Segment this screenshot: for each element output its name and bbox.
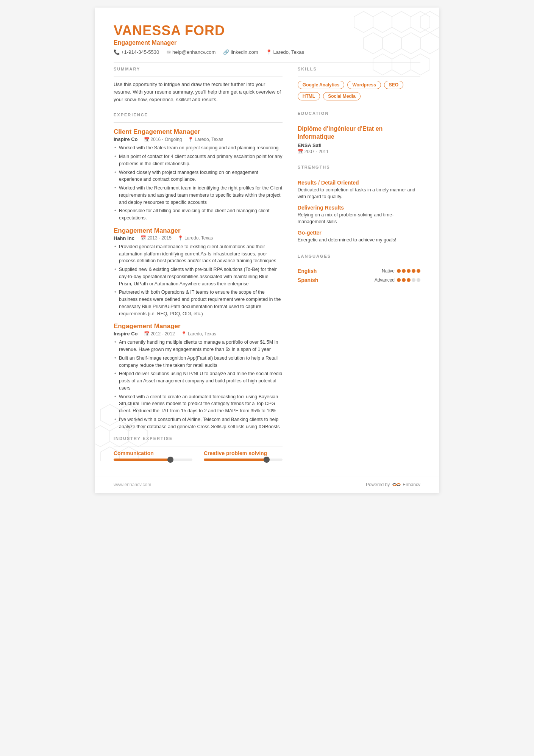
enhancv-icon bbox=[392, 482, 401, 488]
footer: www.enhancv.com Powered by Enhancv bbox=[95, 476, 439, 493]
language-row-2: Spanish Advanced bbox=[298, 277, 420, 283]
industry-grid: Communication Creative problem solving bbox=[114, 450, 283, 461]
job-date-2: 📅 2013 - 2015 bbox=[141, 235, 172, 241]
calendar-icon-3: 📅 bbox=[144, 331, 150, 337]
bullet-3-5: I've worked with a consortium of Airline… bbox=[114, 416, 283, 430]
phone-icon: 📞 bbox=[114, 49, 120, 55]
bullet-3-1: Am currently handling multiple clients t… bbox=[114, 339, 283, 353]
language-dots-1 bbox=[397, 269, 420, 273]
skills-tags: Google Analytics Wordpress SEO HTML Soci… bbox=[298, 81, 420, 100]
dot-1-1 bbox=[397, 269, 401, 273]
language-name-1: English bbox=[298, 268, 317, 274]
strength-desc-1: Dedicated to completion of tasks in a ti… bbox=[298, 186, 420, 200]
job-company-1: Inspire Co bbox=[114, 136, 138, 142]
language-name-2: Spanish bbox=[298, 277, 318, 283]
summary-divider bbox=[114, 77, 283, 77]
enhancv-logo: Enhancv bbox=[392, 482, 420, 488]
bullet-1-1: Worked with the Sales team on project sc… bbox=[114, 144, 283, 152]
strength-desc-2: Relying on a mix of problem-solving and … bbox=[298, 211, 420, 225]
skill-tag-1: Google Analytics bbox=[298, 81, 345, 89]
industry-expertise-section: INDUSTRY EXPERTISE Communication Creativ… bbox=[114, 436, 283, 461]
left-column: SUMMARY Use this opportunity to intrigue… bbox=[114, 67, 283, 461]
language-row-1: English Native bbox=[298, 268, 420, 274]
skill-tag-3: SEO bbox=[384, 81, 403, 89]
languages-section-title: LANGUAGES bbox=[298, 254, 420, 258]
location-icon-2: 📍 bbox=[178, 235, 183, 241]
industry-label-1: Communication bbox=[114, 450, 192, 456]
linkedin-contact: 🔗 linkedin.com bbox=[223, 49, 258, 55]
dot-1-4 bbox=[412, 269, 415, 273]
job-date-1: 📅 2016 - Ongoing bbox=[144, 137, 182, 142]
footer-website: www.enhancv.com bbox=[114, 482, 151, 487]
education-degree: Diplôme d'Ingénieur d'Etat en Informatiq… bbox=[298, 125, 420, 141]
dot-2-5 bbox=[417, 278, 420, 282]
location-contact: 📍 Laredo, Texas bbox=[266, 49, 304, 55]
calendar-icon-2: 📅 bbox=[141, 235, 146, 241]
job-company-2: Hahn Inc bbox=[114, 235, 134, 241]
dot-1-5 bbox=[417, 269, 420, 273]
bullet-1-4: Worked with the Recruitment team in iden… bbox=[114, 185, 283, 206]
skill-tag-5: Social Media bbox=[323, 92, 361, 100]
job-location-2: 📍 Laredo, Texas bbox=[178, 235, 213, 241]
strength-title-2: Delivering Results bbox=[298, 205, 420, 211]
education-divider bbox=[298, 121, 420, 121]
bullet-1-2: Main point of contact for 4 client accou… bbox=[114, 153, 283, 167]
candidate-title: Engagement Manager bbox=[114, 39, 420, 46]
candidate-name: VANESSA FORD bbox=[114, 23, 420, 39]
industry-item-1: Communication bbox=[114, 450, 192, 461]
contact-row: 📞 +1-914-345-5530 ✉ help@enhancv.com 🔗 l… bbox=[114, 49, 420, 55]
industry-progress-bg-2 bbox=[204, 459, 283, 461]
bullet-2-3: Partnered with both Operations & IT team… bbox=[114, 289, 283, 317]
location-icon-1: 📍 bbox=[188, 137, 194, 142]
languages-divider bbox=[298, 264, 420, 264]
education-section-title: EDUCATION bbox=[298, 111, 420, 116]
job-company-3: Inspire Co bbox=[114, 331, 138, 337]
skills-section-title: SKILLS bbox=[298, 67, 420, 71]
strengths-section-title: STRENGTHS bbox=[298, 165, 420, 169]
industry-progress-bg-1 bbox=[114, 459, 192, 461]
location-icon: 📍 bbox=[266, 49, 272, 55]
powered-by: Powered by Enhancv bbox=[366, 482, 420, 488]
language-dots-2 bbox=[397, 278, 420, 282]
industry-item-2: Creative problem solving bbox=[204, 450, 283, 461]
industry-label-2: Creative problem solving bbox=[204, 450, 283, 456]
job-date-3: 📅 2012 - 2012 bbox=[144, 331, 175, 337]
language-level-2: Advanced bbox=[375, 277, 420, 283]
main-content: SUMMARY Use this opportunity to intrigue… bbox=[114, 67, 420, 461]
calendar-icon-edu: 📅 bbox=[298, 149, 303, 154]
job-title-1: Client Engagement Manager bbox=[114, 128, 283, 136]
language-level-1: Native bbox=[382, 268, 420, 274]
strength-title-1: Results / Detail Oriented bbox=[298, 180, 420, 186]
linkedin-icon: 🔗 bbox=[223, 49, 229, 55]
industry-section-title: INDUSTRY EXPERTISE bbox=[114, 436, 283, 441]
phone-contact: 📞 +1-914-345-5530 bbox=[114, 49, 159, 55]
dot-2-1 bbox=[397, 278, 401, 282]
email-contact: ✉ help@enhancv.com bbox=[167, 49, 215, 55]
job-location-3: 📍 Laredo, Texas bbox=[181, 331, 216, 337]
job-bullets-2: Provided general maintenance to existing… bbox=[114, 243, 283, 318]
bullet-1-5: Responsible for all billing and invoicin… bbox=[114, 207, 283, 222]
dot-2-4 bbox=[412, 278, 415, 282]
bullet-3-3: Helped deliver solutions using NLP/NLU t… bbox=[114, 370, 283, 391]
resume-container: VANESSA FORD Engagement Manager 📞 +1-914… bbox=[95, 8, 439, 493]
job-bullets-1: Worked with the Sales team on project sc… bbox=[114, 144, 283, 222]
education-school: ENSA Safi bbox=[298, 142, 420, 148]
experience-divider bbox=[114, 122, 283, 123]
location-icon-3: 📍 bbox=[181, 331, 187, 337]
job-meta-1: Inspire Co 📅 2016 - Ongoing 📍 Laredo, Te… bbox=[114, 136, 283, 142]
dot-1-3 bbox=[407, 269, 411, 273]
dot-1-2 bbox=[402, 269, 406, 273]
job-meta-3: Inspire Co 📅 2012 - 2012 📍 Laredo, Texas bbox=[114, 331, 283, 337]
industry-progress-dot-1 bbox=[167, 457, 173, 463]
email-icon: ✉ bbox=[167, 49, 171, 55]
dot-2-2 bbox=[402, 278, 406, 282]
bullet-2-2: Supplied new & existing clients with pre… bbox=[114, 266, 283, 287]
dot-2-3 bbox=[407, 278, 411, 282]
job-location-1: 📍 Laredo, Texas bbox=[188, 137, 223, 142]
industry-divider bbox=[114, 446, 283, 446]
skill-tag-2: Wordpress bbox=[347, 81, 381, 89]
right-column: SKILLS Google Analytics Wordpress SEO HT… bbox=[298, 67, 420, 461]
industry-progress-dot-2 bbox=[264, 457, 270, 463]
bullet-1-3: Worked closely with project managers foc… bbox=[114, 169, 283, 183]
job-bullets-3: Am currently handling multiple clients t… bbox=[114, 339, 283, 430]
